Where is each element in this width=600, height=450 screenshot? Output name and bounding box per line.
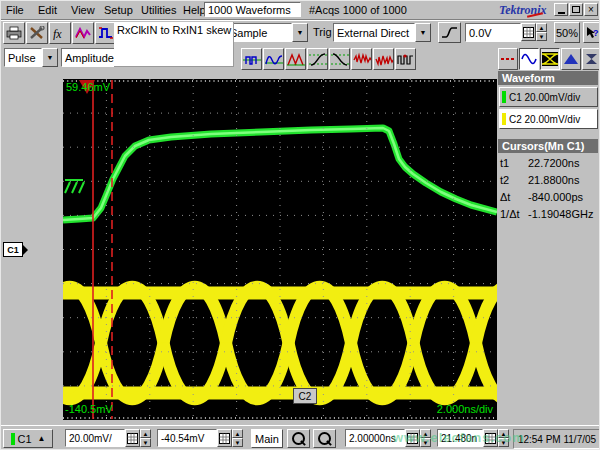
c2-channel-tag[interactable]: C2 (293, 388, 317, 404)
graticule-display[interactable] (1, 1, 600, 450)
timebase-readout: 2.000ns/div (399, 403, 493, 415)
oscilloscope-app-window: File Edit View Setup Utilities Help 1000… (0, 0, 600, 450)
marker-arrow-icon (23, 245, 28, 255)
measurement-tooltip: RxClkIN to RxIN1 skew (114, 22, 234, 67)
c1-position-marker[interactable]: C1 (3, 242, 28, 257)
bottom-readout: -140.5mV (65, 403, 113, 415)
tooltip-text: RxClkIN to RxIN1 skew (117, 24, 231, 36)
top-readout: 59.46mV (66, 81, 110, 93)
